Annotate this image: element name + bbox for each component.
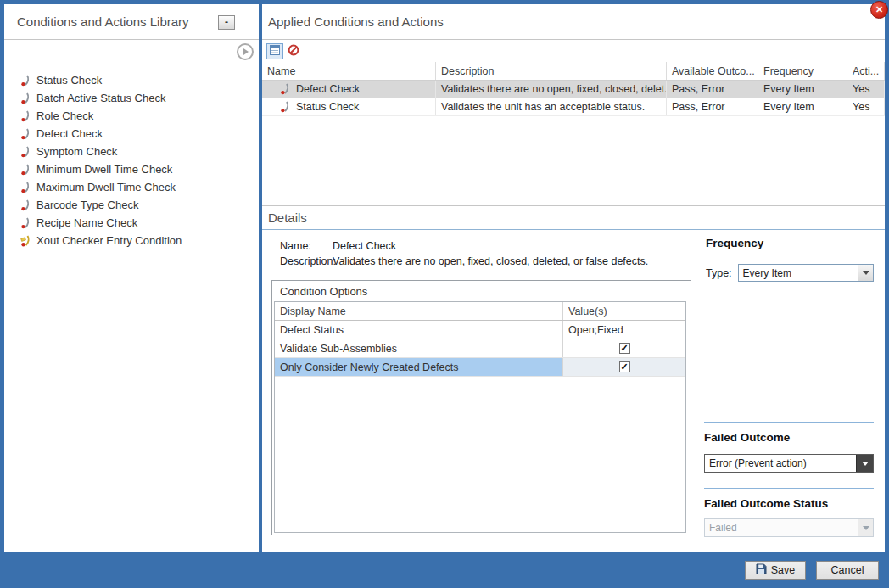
- close-icon: ✕: [875, 5, 883, 14]
- option-value: ✓: [563, 339, 685, 357]
- close-button[interactable]: ✕: [870, 1, 888, 19]
- cell-description: Validates there are no open, fixed, clos…: [436, 81, 667, 98]
- condition-icon: [20, 92, 31, 104]
- applied-toolbar: [262, 40, 885, 62]
- column-header-display-name[interactable]: Display Name: [275, 302, 563, 320]
- cancel-button[interactable]: Cancel: [816, 561, 879, 580]
- column-header-available-outcomes[interactable]: Available Outco...: [667, 62, 758, 80]
- separator-line: [704, 422, 874, 423]
- details-section: Details Name: Defect Check Description: …: [262, 206, 885, 552]
- frequency-type-row: Type: Every Item: [706, 264, 874, 282]
- type-label: Type:: [706, 267, 732, 279]
- option-display-name: Only Consider Newly Created Defects: [275, 358, 563, 376]
- failed-outcome-title: Failed Outcome: [704, 431, 790, 444]
- details-settings-column: Frequency Type: Every Item Failed Outcom…: [704, 230, 874, 552]
- condition-options-title: Condition Options: [280, 285, 367, 298]
- option-row-defect-status[interactable]: Defect Status Open;Fixed: [275, 321, 685, 339]
- failed-outcome-select[interactable]: Error (Prevent action): [704, 454, 874, 473]
- condition-icon: [20, 199, 31, 211]
- chevron-down-icon: [863, 271, 869, 275]
- library-item-minimum-dwell-time-check[interactable]: Minimum Dwell Time Check: [20, 160, 259, 178]
- condition-icon: [20, 110, 31, 122]
- frequency-type-select[interactable]: Every Item: [738, 264, 874, 282]
- column-header-description[interactable]: Description: [436, 62, 667, 80]
- cell-description: Validates the unit has an acceptable sta…: [436, 98, 667, 115]
- apply-condition-button[interactable]: [237, 43, 254, 60]
- detail-description-row: Description: Validates there are no open…: [280, 255, 648, 267]
- check-icon: ✓: [620, 344, 628, 353]
- collapse-button[interactable]: -: [218, 15, 235, 30]
- cell-active: Yes: [847, 98, 885, 115]
- arrow-right-icon: [243, 48, 249, 55]
- library-item-label: Barcode Type Check: [36, 199, 138, 211]
- column-header-active[interactable]: Acti...: [847, 62, 885, 80]
- library-item-batch-active-status-check[interactable]: Batch Active Status Check: [20, 89, 259, 107]
- option-display-name: Defect Status: [275, 321, 563, 339]
- library-item-xout-checker-entry-condition[interactable]: Xout Checker Entry Condition: [20, 232, 259, 249]
- failed-outcome-status-value: Failed: [705, 522, 858, 534]
- library-item-recipe-name-check[interactable]: Recipe Name Check: [20, 214, 259, 232]
- library-item-label: Xout Checker Entry Condition: [36, 234, 182, 247]
- save-icon: [756, 563, 767, 577]
- condition-icon: [20, 164, 31, 176]
- failed-outcome-status-title: Failed Outcome Status: [704, 497, 828, 510]
- condition-options-grid: Display Name Value(s) Defect Status Open…: [274, 301, 686, 533]
- applied-row-defect-check[interactable]: Defect Check Validates there are no open…: [262, 81, 885, 98]
- library-item-role-check[interactable]: Role Check: [20, 107, 259, 125]
- library-item-label: Maximum Dwell Time Check: [36, 181, 176, 193]
- details-body: Name: Defect Check Description: Validate…: [262, 230, 885, 552]
- condition-options-grid-header: Display Name Value(s): [275, 302, 685, 321]
- edit-condition-button[interactable]: [266, 43, 283, 59]
- applied-header: Applied Conditions and Actions: [262, 4, 885, 40]
- apply-arrow-row: [4, 40, 259, 64]
- row-name-label: Defect Check: [296, 83, 360, 95]
- column-header-name[interactable]: Name: [262, 62, 436, 80]
- check-icon: ✓: [620, 362, 628, 372]
- condition-icon: [280, 83, 291, 95]
- failed-outcome-status-select: Failed: [704, 518, 874, 537]
- column-header-values[interactable]: Value(s): [563, 302, 685, 320]
- detail-name-row: Name: Defect Check: [280, 240, 396, 252]
- library-item-status-check[interactable]: Status Check: [20, 71, 259, 89]
- dropdown-button: [858, 519, 873, 536]
- library-item-barcode-type-check[interactable]: Barcode Type Check: [20, 196, 259, 214]
- option-row-validate-sub-assemblies[interactable]: Validate Sub-Assemblies ✓: [275, 339, 685, 358]
- dropdown-button[interactable]: [856, 455, 873, 472]
- applied-row-status-check[interactable]: Status Check Validates the unit has an a…: [262, 98, 885, 116]
- save-button[interactable]: Save: [745, 561, 806, 580]
- condition-icon: [20, 75, 31, 87]
- library-item-label: Recipe Name Check: [36, 216, 137, 229]
- column-header-frequency[interactable]: Frequency: [758, 62, 847, 80]
- condition-icon: [280, 101, 291, 113]
- details-header: Details: [262, 206, 885, 230]
- right-panel: Applied Conditions and Actions Name Desc…: [262, 4, 885, 552]
- library-item-maximum-dwell-time-check[interactable]: Maximum Dwell Time Check: [20, 178, 259, 196]
- row-name-label: Status Check: [296, 101, 359, 113]
- library-item-defect-check[interactable]: Defect Check: [20, 125, 259, 143]
- only-consider-newly-created-defects-checkbox[interactable]: ✓: [619, 361, 630, 372]
- cell-available-outcomes: Pass, Error: [667, 98, 758, 115]
- cell-name: Defect Check: [262, 81, 436, 98]
- condition-icon: [20, 182, 31, 193]
- chevron-down-icon: [862, 462, 869, 466]
- deactivate-condition-button[interactable]: [285, 43, 302, 59]
- condition-icon: [20, 128, 31, 140]
- option-value[interactable]: Open;Fixed: [563, 321, 685, 339]
- library-panel: Conditions and Actions Library - Status …: [4, 4, 262, 552]
- library-title: Conditions and Actions Library: [4, 14, 189, 29]
- condition-icon: [20, 146, 31, 158]
- name-label: Name:: [280, 240, 333, 252]
- condition-icon: [20, 217, 31, 229]
- option-row-only-consider-newly-created-defects[interactable]: Only Consider Newly Created Defects ✓: [275, 358, 685, 377]
- cancel-label: Cancel: [831, 564, 864, 576]
- details-title: Details: [262, 210, 307, 225]
- cell-available-outcomes: Pass, Error: [667, 81, 758, 98]
- conditions-and-actions-dialog: ✕ Conditions and Actions Library - Statu…: [0, 0, 889, 588]
- option-display-name: Validate Sub-Assemblies: [275, 339, 563, 357]
- library-item-symptom-check[interactable]: Symptom Check: [20, 143, 259, 160]
- description-value: Validates there are no open, fixed, clos…: [333, 255, 648, 267]
- dropdown-button[interactable]: [858, 265, 873, 281]
- library-item-label: Role Check: [36, 109, 93, 122]
- validate-sub-assemblies-checkbox[interactable]: ✓: [619, 343, 630, 354]
- chevron-down-icon: [863, 526, 869, 530]
